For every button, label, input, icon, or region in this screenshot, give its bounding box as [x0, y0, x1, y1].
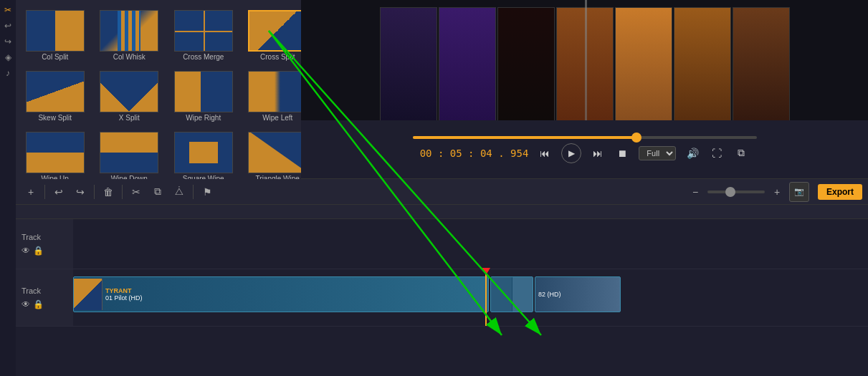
transition-skew-split[interactable]: Skew Split [19, 64, 92, 123]
timeline-track-2: Track 👁 🔒 TYRANT 01 Pilot (HD) [16, 269, 868, 327]
ruler-label-spacer [16, 205, 73, 218]
track-2-content[interactable]: TYRANT 01 Pilot (HD) 82 (HD) [73, 269, 868, 326]
clip-82hd[interactable]: 82 (HD) [535, 276, 621, 312]
toolbar-divider-3 [122, 185, 123, 199]
transition-thumb-x-split [100, 71, 158, 112]
transition-thumb-wipe-left [248, 71, 307, 112]
transition-thumb-wipe-down [100, 132, 158, 173]
transition-thumb-cross-split [248, 10, 307, 52]
track-2-name: Track [22, 286, 41, 295]
track-2-icons: 👁 🔒 [22, 299, 44, 309]
transition-thumb-skew-split [26, 71, 85, 112]
sidebar-icon-undo[interactable]: ↩ [1, 19, 14, 32]
track-2-lock-icon[interactable]: 🔒 [33, 299, 44, 309]
track-1-lock-icon[interactable]: 🔒 [33, 246, 44, 256]
transition-col-whisk[interactable]: Col Whisk [93, 3, 166, 62]
track-2-visibility-icon[interactable]: 👁 [22, 299, 30, 309]
delete-button[interactable]: 🗑 [99, 183, 118, 201]
add-track-button[interactable]: + [22, 183, 40, 201]
redo-button[interactable]: ↪ [71, 183, 90, 201]
transitions-panel: Col Split Col Whisk Cross Merge Cross Sp… [16, 0, 317, 179]
timeline-playhead [485, 269, 487, 326]
clip-tyrant[interactable]: TYRANT 01 Pilot (HD) [73, 276, 489, 312]
clip-frames[interactable] [490, 276, 533, 312]
transition-label-skew-split: Skew Split [38, 114, 72, 122]
toolbar-divider-4 [193, 185, 194, 199]
transition-thumb-cross-merge [174, 10, 233, 52]
transition-col-split[interactable]: Col Split [19, 3, 92, 62]
sidebar-icon-cut[interactable]: ✂ [1, 4, 14, 16]
toolbar: + ↩ ↪ 🗑 ✂ ⧉ ⧊ ⚑ − + 📷 Export [16, 179, 868, 205]
transition-thumb-wipe-up [26, 132, 85, 173]
timeline-track-1: Track 👁 🔒 [16, 219, 868, 269]
progress-bar[interactable] [413, 136, 757, 139]
fullscreen-button[interactable]: ⛶ [709, 145, 725, 161]
transition-thumb-col-whisk [100, 10, 158, 52]
transition-label-x-split: X Split [119, 114, 140, 122]
quality-select[interactable]: Full 1/2 1/4 [639, 146, 676, 160]
zoom-handle[interactable] [725, 187, 735, 197]
transition-x-split[interactable]: X Split [93, 64, 166, 123]
timeline: 00:00:00.000 00:01:00.000 00:02:00.000 0… [16, 205, 868, 376]
step-forward-button[interactable]: ⏭ [590, 145, 606, 161]
clip-tyrant-thumbnail [74, 279, 102, 310]
copy-button[interactable]: ⧉ [148, 183, 167, 201]
clip-82hd-label: 82 (HD) [535, 291, 564, 298]
transition-wipe-right[interactable]: Wipe Right [167, 64, 240, 123]
toolbar-divider-2 [94, 185, 95, 199]
clip-tyrant-text: TYRANT 01 Pilot (HD) [102, 287, 146, 302]
pip-button[interactable]: ⧉ [733, 145, 749, 161]
play-button[interactable]: ▶ [561, 143, 581, 163]
progress-fill [413, 136, 636, 139]
transition-thumb-square-wipe [174, 132, 233, 173]
timeline-ruler: 00:00:00.000 00:01:00.000 00:02:00.000 0… [16, 205, 868, 219]
zoom-in-button[interactable]: + [768, 183, 786, 201]
progress-handle[interactable] [631, 132, 642, 143]
transition-wipe-up[interactable]: Wipe Up [19, 125, 92, 184]
transition-label-col-split: Col Split [42, 53, 68, 61]
track-1-visibility-icon[interactable]: 👁 [22, 246, 30, 256]
filmstrip-frame-1 [491, 277, 512, 312]
sidebar: ✂ ↩ ↪ ◈ ♪ [0, 0, 16, 376]
export-button[interactable]: Export [818, 184, 862, 200]
transition-label-cross-split: Cross Split [260, 53, 295, 61]
track-1-name: Track [22, 233, 41, 241]
track-1-icons: 👁 🔒 [22, 246, 44, 256]
marker-button[interactable]: ⚑ [198, 183, 216, 201]
sidebar-icon-audio[interactable]: ♪ [1, 67, 14, 79]
time-display: 00 : 05 : 04 . 954 [420, 148, 529, 159]
player-controls: 00 : 05 : 04 . 954 ⏮ ▶ ⏭ ⏹ Full 1/2 1/4 … [301, 120, 868, 179]
volume-button[interactable]: 🔊 [685, 145, 700, 161]
transition-thumb-wipe-right [174, 71, 233, 112]
undo-button[interactable]: ↩ [49, 183, 68, 201]
cut-button[interactable]: ✂ [127, 183, 146, 201]
clip-tyrant-title: TYRANT [102, 287, 146, 294]
transition-label-cross-merge: Cross Merge [183, 53, 224, 61]
transition-label-col-whisk: Col Whisk [113, 53, 146, 61]
zoom-slider[interactable] [707, 191, 765, 193]
track-2-label: Track 👁 🔒 [16, 269, 73, 326]
track-1-label: Track 👁 🔒 [16, 219, 73, 269]
sidebar-icon-redo[interactable]: ↪ [1, 35, 14, 48]
transition-cross-merge[interactable]: Cross Merge [167, 3, 240, 62]
clip-frames-filmstrip [491, 277, 533, 312]
playback-controls-row: 00 : 05 : 04 . 954 ⏮ ▶ ⏭ ⏹ Full 1/2 1/4 … [420, 143, 750, 163]
transition-wipe-down[interactable]: Wipe Down [93, 125, 166, 184]
transition-label-wipe-right: Wipe Right [186, 114, 221, 122]
playhead-marker [482, 268, 490, 275]
toolbar-divider-1 [44, 185, 45, 199]
transition-square-wipe[interactable]: Square Wipe [167, 125, 240, 184]
sidebar-icon-effects[interactable]: ◈ [1, 51, 14, 64]
stop-button[interactable]: ⏹ [614, 145, 630, 161]
transition-label-wipe-left: Wipe Left [262, 114, 292, 122]
filmstrip-frame-2 [512, 277, 533, 312]
snapshot-button[interactable]: 📷 [789, 182, 809, 202]
clip-tyrant-subtitle: 01 Pilot (HD) [102, 294, 146, 302]
zoom-out-button[interactable]: − [686, 183, 705, 201]
step-back-button[interactable]: ⏮ [537, 145, 553, 161]
transition-thumb-col-split [26, 10, 85, 52]
paste-button[interactable]: ⧊ [170, 183, 189, 201]
track-1-content[interactable] [73, 219, 868, 269]
transition-thumb-triangle-wipe [248, 132, 307, 173]
zoom-control: − + [686, 183, 786, 201]
